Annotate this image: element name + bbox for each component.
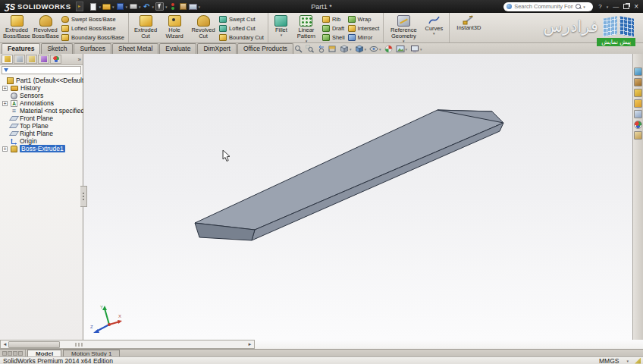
- select-caret[interactable]: ▾: [165, 5, 168, 9]
- swept-boss-base-button[interactable]: Swept Boss/Base: [61, 15, 124, 24]
- window-palette-icon[interactable]: [634, 110, 642, 118]
- scroll-right-arrow[interactable]: ►: [246, 342, 254, 347]
- scrollbar-thumb[interactable]: [8, 341, 60, 348]
- tree-item-annotations[interactable]: + A Annotations: [0, 99, 83, 107]
- save-caret[interactable]: ▾: [126, 5, 128, 9]
- minimize-button[interactable]: —: [613, 3, 619, 10]
- solidworks-resources-icon[interactable]: [634, 67, 642, 76]
- options-icon[interactable]: [189, 2, 197, 11]
- tree-item-right-plane[interactable]: Right Plane: [0, 130, 83, 137]
- wrap-button[interactable]: Wrap: [348, 15, 380, 24]
- zoom-to-area-icon[interactable]: [306, 45, 314, 53]
- save-icon[interactable]: [116, 2, 124, 11]
- rebuild-icon[interactable]: [169, 2, 177, 11]
- draft-button[interactable]: Draft: [322, 24, 345, 33]
- linear-pattern-flyout-caret[interactable]: ▾: [306, 39, 308, 42]
- tree-filter-input[interactable]: [2, 66, 81, 74]
- file-properties-icon[interactable]: [179, 2, 187, 11]
- model-tab[interactable]: Model: [27, 350, 61, 356]
- motion-study-tab[interactable]: Motion Study 1: [63, 350, 120, 356]
- tab-evaluate[interactable]: Evaluate: [159, 43, 196, 54]
- fillet-flyout-caret[interactable]: ▾: [281, 33, 283, 36]
- model-boss-extrude1[interactable]: [83, 54, 632, 340]
- view-orientation-icon[interactable]: ▾: [340, 45, 352, 53]
- panel-splitter-handle[interactable]: [80, 186, 87, 207]
- configuration-manager-tab[interactable]: [26, 55, 37, 64]
- design-library-icon[interactable]: [634, 78, 642, 86]
- lofted-boss-base-button[interactable]: Lofted Boss/Base: [61, 24, 124, 33]
- tab-features[interactable]: Features: [2, 43, 40, 54]
- tab-scroll-buttons[interactable]: [0, 350, 26, 356]
- edit-appearance-icon[interactable]: [384, 45, 393, 53]
- view-palette-icon[interactable]: [634, 99, 642, 108]
- reference-geometry-button[interactable]: Reference Geometry ▾: [386, 14, 421, 42]
- linear-pattern-button[interactable]: Linear Pattern ▾: [292, 14, 321, 42]
- tab-sketch[interactable]: Sketch: [41, 43, 73, 54]
- print-caret[interactable]: ▾: [139, 5, 141, 9]
- tab-dimxpert[interactable]: DimXpert: [197, 43, 236, 54]
- view-orientation-caret[interactable]: ▾: [350, 47, 352, 52]
- open-caret[interactable]: ▾: [112, 5, 114, 9]
- rib-button[interactable]: Rib: [322, 15, 345, 24]
- intersect-button[interactable]: Intersect: [348, 24, 380, 33]
- select-tool-icon[interactable]: [155, 2, 164, 11]
- undo-caret[interactable]: ▾: [152, 5, 155, 9]
- tree-item-origin[interactable]: Origin: [0, 137, 83, 145]
- options-caret[interactable]: ▾: [199, 5, 201, 9]
- tab-office-products[interactable]: Office Products: [237, 43, 293, 54]
- tab-sheet-metal[interactable]: Sheet Metal: [112, 43, 158, 54]
- search-caret[interactable]: ▾: [583, 5, 585, 9]
- extruded-cut-button[interactable]: Extruded Cut: [131, 14, 160, 39]
- units-caret[interactable]: ▾: [626, 359, 629, 363]
- custom-properties-icon[interactable]: [634, 131, 642, 140]
- open-icon[interactable]: [102, 2, 111, 11]
- tree-item-sensors[interactable]: Sensors: [0, 92, 83, 99]
- dimxpert-manager-tab[interactable]: [38, 55, 49, 64]
- help-caret[interactable]: ▾: [607, 5, 609, 9]
- expand-toggle[interactable]: +: [2, 86, 8, 91]
- apply-scene-icon[interactable]: ▾: [396, 45, 408, 53]
- undo-icon[interactable]: ↶: [143, 2, 151, 11]
- curves-flyout-caret[interactable]: ▾: [433, 32, 435, 35]
- curves-button[interactable]: Curves ▾: [421, 14, 447, 35]
- search-box[interactable]: ▾: [503, 2, 593, 11]
- lofted-cut-button[interactable]: Lofted Cut: [219, 24, 264, 33]
- expand-toggle[interactable]: +: [2, 101, 8, 106]
- print-icon[interactable]: [129, 2, 137, 11]
- shell-button[interactable]: Shell: [322, 33, 345, 42]
- graphics-viewport[interactable]: Y X Z: [83, 54, 632, 340]
- boundary-cut-button[interactable]: Boundary Cut: [219, 33, 264, 42]
- search-icon[interactable]: [576, 4, 581, 9]
- extruded-boss-base-button[interactable]: Extruded Boss/Base: [2, 14, 31, 39]
- tree-root-part[interactable]: Part1 (Default<<Default>_Disp: [0, 77, 83, 84]
- hide-show-caret[interactable]: ▾: [379, 47, 381, 52]
- previous-view-icon[interactable]: [317, 45, 325, 53]
- hide-show-items-icon[interactable]: ▾: [369, 45, 381, 53]
- instant3d-button[interactable]: Instant3D: [452, 14, 485, 31]
- feature-manager-tab[interactable]: [2, 55, 13, 64]
- restore-button[interactable]: [623, 4, 629, 9]
- view-settings-icon[interactable]: ▾: [410, 45, 422, 53]
- section-view-icon[interactable]: [328, 45, 337, 53]
- close-button[interactable]: ×: [634, 2, 638, 11]
- swept-cut-button[interactable]: Swept Cut: [219, 15, 264, 24]
- tree-item-material[interactable]: ≡ Material <not specified>: [0, 107, 83, 115]
- display-manager-tab[interactable]: [50, 55, 61, 64]
- new-caret[interactable]: ▾: [99, 5, 102, 9]
- tree-item-history[interactable]: + History: [0, 84, 83, 92]
- apply-scene-caret[interactable]: ▾: [406, 47, 408, 52]
- units-selector[interactable]: MMGS ▾: [599, 357, 629, 364]
- mirror-button[interactable]: Mirror: [348, 33, 380, 42]
- display-style-caret[interactable]: ▾: [365, 47, 367, 52]
- expand-toggle[interactable]: +: [2, 146, 8, 152]
- zoom-to-fit-icon[interactable]: [294, 45, 303, 53]
- tree-item-front-plane[interactable]: Front Plane: [0, 115, 83, 122]
- property-manager-tab[interactable]: [14, 55, 25, 64]
- hole-wizard-button[interactable]: Hole Wizard: [160, 14, 189, 39]
- display-style-icon[interactable]: ▾: [355, 45, 367, 53]
- horizontal-scrollbar[interactable]: ◄ ►: [0, 340, 255, 349]
- search-input[interactable]: [514, 3, 573, 10]
- revolved-boss-base-button[interactable]: Revolved Boss/Base: [31, 14, 60, 39]
- reference-geometry-flyout-caret[interactable]: ▾: [403, 39, 405, 42]
- help-button[interactable]: ?: [598, 3, 601, 10]
